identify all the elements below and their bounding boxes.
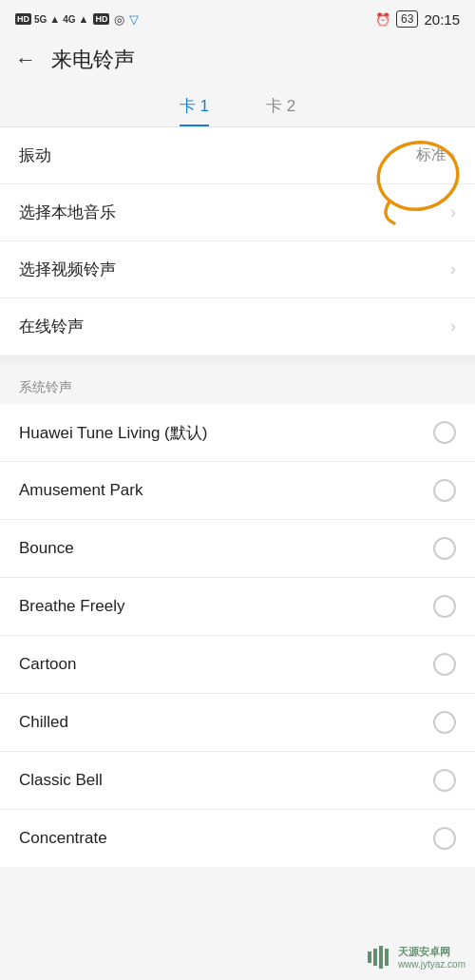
ringtone-name-bounce: Bounce [19,539,74,558]
watermark-logo [366,944,392,970]
time-display: 20:15 [424,11,460,28]
radio-huawei-tune[interactable] [433,421,456,444]
svg-rect-2 [373,949,377,966]
battery-level: 63 [401,12,413,26]
ringtone-item-cartoon[interactable]: Cartoon [0,636,475,694]
page-header: ← 来电铃声 [0,38,475,86]
radio-amusement-park[interactable] [433,479,456,502]
nfc-icon: ▽ [129,12,139,27]
network-5g: 5G [34,14,47,25]
tabs-container: 卡 1 卡 2 [0,86,475,127]
hd-badge-2: HD [93,13,109,25]
system-ringtones-header: 系统铃声 [0,364,475,404]
battery-indicator: 63 [396,10,418,28]
wifi-icon: ◎ [114,12,124,27]
watermark-site: 天源安卓网 [398,945,466,959]
video-ringtone-label: 选择视频铃声 [19,259,116,280]
tab-card2[interactable]: 卡 2 [266,95,295,126]
page-title: 来电铃声 [51,46,135,74]
ringtone-item-classic-bell[interactable]: Classic Bell [0,752,475,810]
ringtone-item-amusement-park[interactable]: Amusement Park [0,462,475,520]
video-ringtone-row[interactable]: 选择视频铃声 › [0,241,475,298]
watermark-url: www.jytyaz.com [398,959,466,970]
watermark: 天源安卓网 www.jytyaz.com [366,944,466,970]
status-bar-left: HD 5G ▲ 4G ▲ HD ◎ ▽ [15,12,139,27]
ringtone-item-bounce[interactable]: Bounce [0,520,475,578]
ringtone-name-concentrate: Concentrate [19,829,107,848]
vibration-chevron: › [450,145,456,165]
vibration-current: 标准 [416,145,446,165]
ringtone-name-cartoon: Cartoon [19,655,76,674]
radio-bounce[interactable] [433,537,456,560]
settings-section: 振动 标准 › 选择本地音乐 › 选择视频铃声 › 在线铃声 › [0,127,475,355]
local-music-row[interactable]: 选择本地音乐 › [0,184,475,241]
vibration-value: 标准 › [416,145,456,165]
ringtone-list: Huawei Tune Living (默认) Amusement Park B… [0,404,475,867]
signal-icon-1: ▲ [49,13,60,25]
vibration-label: 振动 [19,144,51,166]
tab-card1[interactable]: 卡 1 [180,95,209,126]
radio-breathe-freely[interactable] [433,595,456,618]
radio-cartoon[interactable] [433,653,456,676]
online-ringtone-label: 在线铃声 [19,316,84,337]
radio-classic-bell[interactable] [433,769,456,792]
ringtone-item-chilled[interactable]: Chilled [0,694,475,752]
hd-badge: HD [15,13,31,25]
ringtone-name-huawei-tune: Huawei Tune Living (默认) [19,422,207,444]
ringtone-item-concentrate[interactable]: Concentrate [0,810,475,867]
ringtone-name-classic-bell: Classic Bell [19,771,103,790]
video-ringtone-chevron: › [450,259,456,279]
network-4g: 4G [63,14,75,25]
section-divider [0,355,475,364]
ringtone-name-breathe-freely: Breathe Freely [19,597,125,616]
local-music-chevron: › [450,202,456,222]
svg-rect-4 [385,949,389,966]
radio-concentrate[interactable] [433,827,456,850]
status-bar-right: ⏰ 63 20:15 [375,10,460,28]
signal-icon-2: ▲ [79,13,89,25]
ringtone-name-chilled: Chilled [19,713,68,732]
online-ringtone-row[interactable]: 在线铃声 › [0,298,475,355]
ringtone-name-amusement-park: Amusement Park [19,481,142,500]
alarm-icon: ⏰ [375,12,390,27]
svg-rect-3 [379,946,383,969]
status-bar: HD 5G ▲ 4G ▲ HD ◎ ▽ ⏰ 63 20:15 [0,0,475,38]
svg-rect-1 [368,951,371,963]
ringtone-item-breathe-freely[interactable]: Breathe Freely [0,578,475,636]
online-ringtone-chevron: › [450,317,456,336]
ringtone-item-huawei-tune[interactable]: Huawei Tune Living (默认) [0,404,475,462]
local-music-label: 选择本地音乐 [19,202,116,223]
vibration-row[interactable]: 振动 标准 › [0,127,475,184]
radio-chilled[interactable] [433,711,456,734]
back-button[interactable]: ← [15,48,36,72]
